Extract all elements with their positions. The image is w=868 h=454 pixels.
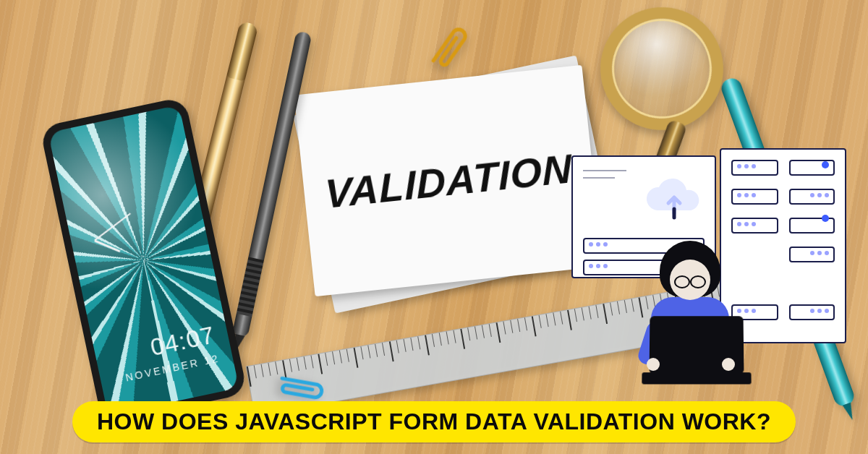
- clock-minute-hand-icon: [94, 213, 131, 241]
- caption-banner: HOW DOES JAVASCRIPT FORM DATA VALIDATION…: [72, 401, 796, 442]
- paper-card-front: VALIDATION: [294, 65, 603, 296]
- person-at-laptop-icon: [608, 235, 745, 380]
- card-heading: VALIDATION: [324, 144, 573, 217]
- clock-hour-hand-icon: [94, 240, 120, 253]
- dashboard-illustration: [564, 148, 854, 380]
- cloud-upload-icon: [642, 176, 707, 226]
